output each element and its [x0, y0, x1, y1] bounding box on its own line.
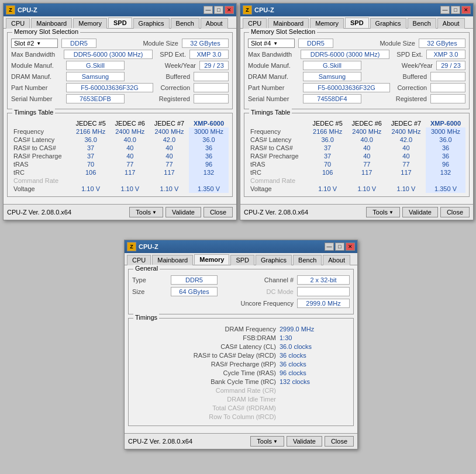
cr-v3-spd1 [150, 177, 189, 185]
close-footer-btn-memory[interactable]: Close [325, 436, 354, 447]
cas-v3-spd1: 42.0 [150, 136, 189, 144]
timings-table-spd2: JEDEC #5 JEDEC #6 JEDEC #7 XMP-6000 Freq… [248, 119, 465, 193]
tab-mainboard-spd1[interactable]: Mainboard [31, 18, 72, 29]
correction-value-spd2 [430, 83, 465, 92]
tras-v2-spd1: 77 [111, 160, 150, 168]
tab-cpu-memory[interactable]: CPU [127, 255, 151, 265]
minimize-btn-spd2[interactable]: — [440, 6, 450, 14]
raspre-v1-spd1: 37 [71, 152, 111, 160]
memory-slot-group-spd1: Memory Slot Selection Slot #2 ▼ DDR5 Mod… [7, 32, 233, 109]
tab-bench-spd2[interactable]: Bench [408, 18, 436, 29]
cycle-row-memory: Cycle Time (tRAS) 96 clocks [132, 369, 350, 376]
voltage-v2-spd1: 1.10 V [111, 185, 150, 193]
dram-freq-label-memory: DRAM Frequency [151, 326, 280, 333]
tab-graphics-spd1[interactable]: Graphics [133, 18, 170, 29]
footer-spd2: CPU-Z Ver. 2.08.0.x64 Tools ▼ Validate C… [240, 204, 473, 220]
cr-v1-spd1 [71, 177, 111, 185]
idle-value-memory [280, 396, 350, 403]
validate-btn-spd1[interactable]: Validate [165, 207, 201, 217]
tab-about-spd1[interactable]: About [201, 18, 228, 29]
maximize-btn-memory[interactable]: □ [335, 243, 344, 251]
maximize-btn-spd1[interactable]: □ [214, 6, 223, 14]
close-footer-btn-spd2[interactable]: Close [440, 207, 470, 217]
memory-slot-content-spd1: Slot #2 ▼ DDR5 Module Size 32 GBytes Max… [8, 33, 232, 109]
tab-mainboard-spd2[interactable]: Mainboard [268, 18, 309, 29]
tab-about-spd2[interactable]: About [437, 18, 465, 29]
validate-btn-spd2[interactable]: Validate [402, 207, 438, 217]
slot-type-spd2: DDR5 [298, 39, 333, 48]
tab-about-memory[interactable]: About [323, 255, 350, 265]
tab-spd-spd2[interactable]: SPD [345, 18, 369, 28]
tab-graphics-memory[interactable]: Graphics [256, 255, 292, 265]
tabbar-spd1: CPU Mainboard Memory SPD Graphics Bench … [4, 16, 236, 29]
part-value-spd2: F5-6000J3636F32G [303, 83, 391, 92]
tab-memory-spd1[interactable]: Memory [73, 18, 107, 29]
slot-row-spd1: Slot #2 ▼ DDR5 Module Size 32 GBytes [11, 39, 229, 48]
timings-content-spd1: JEDEC #5 JEDEC #6 JEDEC #7 XMP-6000 Freq… [8, 113, 232, 196]
freq-row-spd2: Frequency 2166 MHz 2400 MHz 2400 MHz 300… [248, 127, 465, 136]
module-manuf-label-spd2: Module Manuf. [248, 62, 299, 69]
freq-v3-spd1: 2400 MHz [150, 127, 189, 136]
slot-dropdown-spd2[interactable]: Slot #4 ▼ [248, 39, 295, 48]
close-btn-spd2[interactable]: ✕ [461, 6, 471, 14]
minimize-btn-spd1[interactable]: — [203, 6, 213, 14]
maximize-btn-spd2[interactable]: □ [451, 6, 460, 14]
window-memory[interactable]: Z CPU-Z — □ ✕ CPU Mainboard Memory SPD G… [124, 240, 358, 449]
timings-content-spd2: JEDEC #5 JEDEC #6 JEDEC #7 XMP-6000 Freq… [244, 113, 469, 196]
general-content-memory: Type DDR5 Channel # 2 x 32-bit Size 64 G… [129, 269, 353, 314]
slot-dropdown-spd1[interactable]: Slot #2 ▼ [11, 39, 58, 48]
tools-btn-memory[interactable]: Tools ▼ [250, 436, 284, 447]
window-spd1[interactable]: Z CPU-Z — □ ✕ CPU Mainboard Memory SPD G… [3, 3, 237, 220]
close-footer-btn-spd1[interactable]: Close [203, 207, 233, 217]
tab-memory-spd2[interactable]: Memory [310, 18, 344, 29]
idle-label-memory: DRAM Idle Timer [151, 396, 280, 403]
version-spd2: CPU-Z Ver. 2.08.0.x64 [244, 209, 364, 216]
tab-mainboard-memory[interactable]: Mainboard [152, 255, 193, 265]
app-icon-memory: Z [127, 242, 136, 251]
col-jedec5-spd2: JEDEC #5 [308, 119, 347, 127]
module-manuf-value-spd2: G.Skill [303, 61, 361, 70]
tools-btn-spd2[interactable]: Tools ▼ [366, 207, 400, 217]
raspre-label-memory: RAS# Precharge (tRP) [151, 361, 280, 368]
type-label-memory: Type [132, 276, 167, 283]
part-row-spd1: Part Number F5-6000J3636F32G Correction [11, 83, 229, 92]
validate-btn-memory[interactable]: Validate [287, 436, 322, 447]
tab-bench-memory[interactable]: Bench [293, 255, 322, 265]
minimize-btn-memory[interactable]: — [325, 243, 334, 251]
rascas-row-spd2: RAS# to CAS# 37 40 40 36 [248, 144, 465, 152]
max-bandwidth-label-spd1: Max Bandwidth [11, 51, 60, 58]
close-btn-spd1[interactable]: ✕ [225, 6, 234, 14]
tab-graphics-spd2[interactable]: Graphics [370, 18, 406, 29]
raspre-label-spd1: RAS# Precharge [11, 152, 71, 160]
tools-btn-spd1[interactable]: Tools ▼ [129, 207, 163, 217]
trc-v3-spd1: 117 [150, 168, 189, 177]
cas-v1-spd1: 36.0 [71, 136, 111, 144]
timings-group-memory: Timings DRAM Frequency 2999.0 MHz FSB:DR… [128, 318, 354, 426]
dram-manuf-label-spd1: DRAM Manuf. [11, 73, 63, 80]
module-size-label-spd1: Module Size [143, 40, 178, 47]
manuf-row-spd2: Module Manuf. G.Skill Week/Year 29 / 23 [248, 61, 465, 70]
rascas-v2-spd1: 40 [111, 144, 150, 152]
size-label-memory: Size [132, 288, 167, 295]
titlebar-memory: Z CPU-Z — □ ✕ [125, 240, 357, 253]
tab-bench-spd1[interactable]: Bench [171, 18, 199, 29]
serial-value-spd1: 7653EDFB [66, 94, 125, 103]
timings-label-memory: Timings [133, 314, 159, 321]
tab-spd-memory[interactable]: SPD [230, 255, 254, 265]
freq-row-spd1: Frequency 2166 MHz 2400 MHz 2400 MHz 300… [11, 127, 229, 136]
voltage-row-spd1: Voltage 1.10 V 1.10 V 1.10 V 1.350 V [11, 185, 229, 193]
window-spd2[interactable]: Z CPU-Z — □ ✕ CPU Mainboard Memory SPD G… [240, 3, 474, 220]
tab-cpu-spd2[interactable]: CPU [243, 18, 267, 29]
part-value-spd1: F5-6000J3636F32G [66, 83, 154, 92]
row-to-col-row-memory: Row To Column (tRCD) [132, 413, 350, 420]
size-value-memory: 64 GBytes [171, 287, 218, 296]
tab-memory-memory[interactable]: Memory [194, 254, 229, 265]
idle-row-memory: DRAM Idle Timer [132, 396, 350, 403]
tab-cpu-spd1[interactable]: CPU [6, 18, 30, 29]
cycle-value-memory: 96 clocks [280, 369, 350, 376]
uncore-label-memory: Uncore Frequency [241, 300, 294, 307]
close-btn-memory[interactable]: ✕ [346, 243, 355, 251]
col-jedec5-spd1: JEDEC #5 [71, 119, 111, 127]
tab-spd-spd1[interactable]: SPD [108, 18, 132, 28]
content-spd1: Memory Slot Selection Slot #2 ▼ DDR5 Mod… [4, 29, 236, 204]
